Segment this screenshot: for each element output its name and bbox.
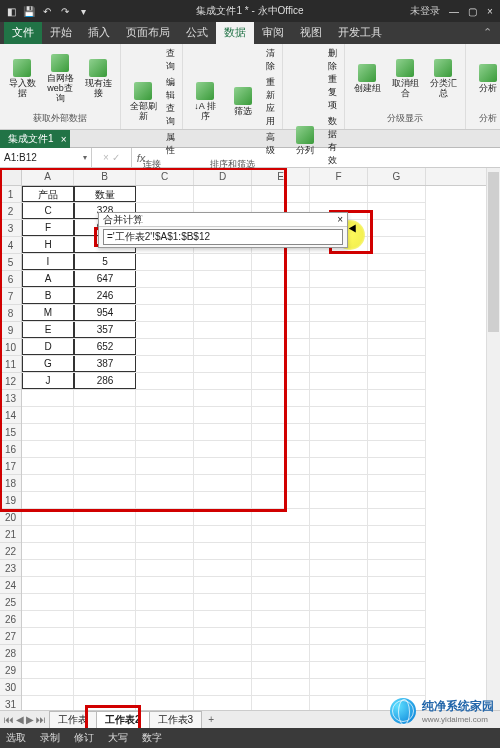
column-header[interactable]: D: [194, 168, 252, 185]
cell[interactable]: G: [22, 356, 74, 372]
cell[interactable]: [368, 220, 426, 236]
sheet-tab[interactable]: 工作表: [49, 711, 97, 729]
cell[interactable]: [194, 441, 252, 457]
tab-页面布局[interactable]: 页面布局: [118, 22, 178, 44]
row-header[interactable]: 9: [0, 322, 21, 339]
cell[interactable]: [74, 390, 136, 406]
cell[interactable]: [136, 390, 194, 406]
cell[interactable]: [194, 424, 252, 440]
cell[interactable]: [194, 288, 252, 304]
cell[interactable]: [74, 509, 136, 525]
cell[interactable]: [194, 254, 252, 270]
row-header[interactable]: 21: [0, 526, 21, 543]
cell[interactable]: [22, 560, 74, 576]
cell[interactable]: [310, 645, 368, 661]
cell[interactable]: [310, 441, 368, 457]
cell[interactable]: [368, 373, 426, 389]
row-header[interactable]: 10: [0, 339, 21, 356]
cell[interactable]: [136, 662, 194, 678]
cell[interactable]: 5: [74, 254, 136, 270]
cell[interactable]: [136, 424, 194, 440]
cell[interactable]: [368, 594, 426, 610]
tab-file[interactable]: 文件: [4, 22, 42, 44]
cell[interactable]: [136, 288, 194, 304]
cell[interactable]: [74, 526, 136, 542]
cell[interactable]: [136, 628, 194, 644]
row-header[interactable]: 27: [0, 628, 21, 645]
cell[interactable]: [136, 475, 194, 491]
cell[interactable]: [310, 526, 368, 542]
cell[interactable]: [368, 237, 426, 253]
ribbon-button[interactable]: 自网络web查询: [42, 52, 78, 106]
cell[interactable]: [74, 560, 136, 576]
cell[interactable]: [252, 645, 310, 661]
cell[interactable]: [136, 322, 194, 338]
cell[interactable]: [194, 458, 252, 474]
cell[interactable]: [310, 424, 368, 440]
cell[interactable]: 数量: [74, 186, 136, 202]
cell[interactable]: J: [22, 373, 74, 389]
cell[interactable]: [310, 458, 368, 474]
cell[interactable]: [252, 526, 310, 542]
cell[interactable]: [74, 679, 136, 695]
cell[interactable]: [22, 628, 74, 644]
cell[interactable]: [252, 186, 310, 202]
cell[interactable]: [22, 526, 74, 542]
cell[interactable]: [252, 543, 310, 559]
row-header[interactable]: 28: [0, 645, 21, 662]
cell[interactable]: [136, 645, 194, 661]
cell[interactable]: [74, 645, 136, 661]
cell[interactable]: [136, 526, 194, 542]
ribbon-small-button[interactable]: 删除重复项: [325, 46, 340, 113]
cell[interactable]: [368, 356, 426, 372]
cell[interactable]: [74, 407, 136, 423]
column-header[interactable]: G: [368, 168, 426, 185]
cell[interactable]: H: [22, 237, 74, 253]
cell[interactable]: [136, 373, 194, 389]
cell[interactable]: 954: [74, 305, 136, 321]
cell[interactable]: [22, 492, 74, 508]
cell[interactable]: [368, 254, 426, 270]
cell[interactable]: [136, 407, 194, 423]
ribbon-button[interactable]: ↓A 排序: [187, 80, 223, 124]
ribbon-collapse-icon[interactable]: ⌃: [475, 22, 500, 44]
cell[interactable]: [194, 594, 252, 610]
cell[interactable]: [368, 526, 426, 542]
cell[interactable]: [74, 594, 136, 610]
cell[interactable]: [368, 424, 426, 440]
row-header[interactable]: 11: [0, 356, 21, 373]
login-status[interactable]: 未登录: [410, 4, 440, 18]
row-header[interactable]: 14: [0, 407, 21, 424]
undo-icon[interactable]: ↶: [40, 6, 54, 17]
cell[interactable]: 286: [74, 373, 136, 389]
cell[interactable]: [252, 611, 310, 627]
row-header[interactable]: 18: [0, 475, 21, 492]
cell[interactable]: F: [22, 220, 74, 236]
cell[interactable]: [252, 373, 310, 389]
cell[interactable]: [136, 186, 194, 202]
cell[interactable]: [368, 543, 426, 559]
cell[interactable]: [310, 594, 368, 610]
cell[interactable]: 647: [74, 271, 136, 287]
sheet-tab[interactable]: 工作表2: [96, 711, 150, 729]
cell[interactable]: [74, 475, 136, 491]
ribbon-button[interactable]: 导入数据: [4, 57, 40, 101]
cell[interactable]: [252, 390, 310, 406]
cell[interactable]: [310, 390, 368, 406]
cell[interactable]: [194, 492, 252, 508]
consolidate-close-icon[interactable]: ×: [337, 213, 343, 226]
cell[interactable]: [310, 339, 368, 355]
cell[interactable]: [310, 662, 368, 678]
cell[interactable]: [252, 441, 310, 457]
minimize-icon[interactable]: —: [448, 6, 460, 17]
cell[interactable]: [368, 339, 426, 355]
ribbon-button[interactable]: 创建组: [349, 62, 385, 96]
cell[interactable]: [368, 186, 426, 202]
cell[interactable]: [194, 390, 252, 406]
cell[interactable]: [136, 441, 194, 457]
cell[interactable]: [194, 356, 252, 372]
formula-input[interactable]: [150, 148, 500, 167]
row-header[interactable]: 16: [0, 441, 21, 458]
cell[interactable]: C: [22, 203, 74, 219]
cell[interactable]: 246: [74, 288, 136, 304]
